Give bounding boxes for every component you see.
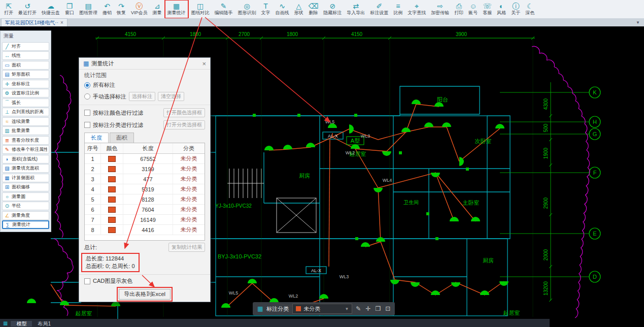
palette-item-continuous-measure[interactable]: ≈连续测量 xyxy=(2,117,49,126)
palette-item-area-with-arc[interactable]: ◗面积(含弧线) xyxy=(2,155,49,164)
palette-item-area[interactable]: ▭面积 xyxy=(2,61,49,70)
total-label: 总计: xyxy=(84,244,97,251)
toolbar-item-theme[interactable]: ◐风格 xyxy=(494,0,509,18)
copy-results-button[interactable]: 复制统计结果 xyxy=(168,243,205,252)
toolbar-item-scale[interactable]: ≡比例 xyxy=(391,0,405,18)
toolbar-item-shape[interactable]: △形状 xyxy=(292,0,306,18)
svg-text:1900: 1900 xyxy=(543,147,549,159)
toolbar-item-account[interactable]: ☺账号 xyxy=(466,0,480,18)
document-tab[interactable]: 军苑花园D区1#楼电气·· × xyxy=(1,18,67,26)
toolbar-item-hide-annotation[interactable]: ⊘隐藏标注 xyxy=(321,0,344,18)
open-class-picker-button[interactable]: 打开分类选择框 xyxy=(163,120,205,129)
radio-unselected-icon[interactable] xyxy=(84,93,90,100)
stats-range-label: 统计范围 xyxy=(79,70,210,80)
statusbar-tab-模型[interactable]: 模型 xyxy=(11,321,32,326)
palette-item-measure-stats[interactable]: ∑测量统计 xyxy=(2,220,49,229)
palette-item-point-line-distance[interactable]: ⊥点到直线的距离 xyxy=(2,108,49,116)
filter-by-color-row: 按标注颜色进行过滤 打开颜色选择框 xyxy=(79,105,210,119)
palette-item-batch-measure[interactable]: ▥批量测量 xyxy=(2,126,49,135)
table-row[interactable]: 58128未分类 xyxy=(85,194,205,205)
tab-close-icon[interactable]: × xyxy=(60,20,63,25)
color-swatch xyxy=(108,207,116,213)
clear-selection-button[interactable]: 清空选择 xyxy=(158,92,184,101)
table-row[interactable]: 84416未分类 xyxy=(85,225,205,235)
table-row[interactable]: 167552未分类 xyxy=(85,154,205,164)
toolbar-item-redo[interactable]: ↷恢复 xyxy=(114,0,128,18)
toolbar-item-label: 导入导出 xyxy=(347,10,365,16)
statusbar-tab-布局1[interactable]: 布局1 xyxy=(32,321,56,326)
palette-item-measure-circle[interactable]: ○测量圆 xyxy=(2,192,49,201)
dialog-title: 测量统计 xyxy=(91,60,114,68)
toolbar-item-about[interactable]: ⓘ关于 xyxy=(509,0,523,18)
palette-item-side-area[interactable]: ▦计算侧面积 xyxy=(2,174,49,182)
palette-item-edit-annotation[interactable]: ✎修改单个标注属性 xyxy=(2,145,49,154)
palette-item-label: 矩形面积 xyxy=(12,71,30,78)
toolbar-item-recent-open[interactable]: ↺最近打开 xyxy=(16,0,39,18)
tab-area[interactable]: 面积 xyxy=(110,133,134,143)
palette-item-align[interactable]: ╱对齐 xyxy=(2,42,49,51)
toolbar-item-freehand-edit[interactable]: ✎编辑随手 xyxy=(212,0,235,18)
toolbar-item-drawing-compare[interactable]: ◫图纸对比 xyxy=(189,0,212,18)
row-color-cell xyxy=(101,225,123,235)
vip-icon: Ⓥ xyxy=(135,3,143,10)
table-row[interactable]: 3477未分类 xyxy=(85,174,205,184)
filter-by-color-checkbox[interactable] xyxy=(84,110,90,116)
table-row[interactable]: 45319未分类 xyxy=(85,184,205,194)
toolbar-item-measure-stats[interactable]: ▦测量统计 xyxy=(164,0,189,19)
toolbar-item-draw-line[interactable]: ∿自画线 xyxy=(273,0,292,18)
toolbar-item-window[interactable]: ❐窗口 xyxy=(62,0,77,18)
toolbar-item-open[interactable]: ⇱打开 xyxy=(2,0,16,18)
palette-item-fill-area[interactable]: ▨测量填充面积 xyxy=(2,164,49,173)
svg-text:4150: 4150 xyxy=(125,31,137,37)
dialog-titlebar[interactable]: ▦ 测量统计 × xyxy=(79,58,210,70)
toolbar-item-dark-mode[interactable]: ☾深色 xyxy=(523,0,537,18)
palette-item-linear-dimension[interactable]: ↔线性 xyxy=(2,51,49,60)
palette-item-segment-length[interactable]: ≣查看分段长度 xyxy=(2,136,49,145)
palette-item-radius[interactable]: ⊙半径 xyxy=(2,202,49,210)
radio-selected-icon[interactable] xyxy=(84,82,90,88)
radio-all-annotations[interactable]: 所有标注 xyxy=(79,80,210,90)
toolbar-item-measure[interactable]: ⊿测量 xyxy=(150,0,164,18)
table-row[interactable]: 716149未分类 xyxy=(85,215,205,225)
toolbar-item-annotation-settings[interactable]: ✐标注设置 xyxy=(367,0,391,18)
toolbar-item-text[interactable]: T文字 xyxy=(259,0,273,18)
move-icon[interactable]: ✛ xyxy=(365,305,370,312)
palette-item-scale-settings[interactable]: ⚙设置标注比例 xyxy=(2,89,49,97)
print-icon: ⎙ xyxy=(456,3,462,10)
copy-icon[interactable]: ❐ xyxy=(375,305,381,312)
palette-item-area-offset[interactable]: ⊞面积偏移 xyxy=(2,183,49,191)
tab-length[interactable]: 长度 xyxy=(84,133,109,143)
toolbar-item-text-search[interactable]: ⌖文字查找 xyxy=(405,0,428,18)
toolbar-item-cloud-drive[interactable]: ☁快捷云盘 xyxy=(39,0,62,18)
toolbar-item-import-export[interactable]: ⇄导入导出 xyxy=(344,0,367,18)
toolbar-item-drawing-manager[interactable]: ▤图纸管理 xyxy=(77,0,100,18)
cad-gray-checkbox[interactable] xyxy=(84,278,90,284)
stats-table[interactable]: 序号颜色长度分类167552未分类23199未分类3477未分类45319未分类… xyxy=(84,143,205,241)
table-row[interactable]: 67604未分类 xyxy=(85,205,205,215)
color-swatch xyxy=(108,217,116,223)
radio-manual-select[interactable]: 手动选择标注 选择标注 清空选择 xyxy=(79,90,210,103)
palette-item-measure-angle[interactable]: ∠测量角度 xyxy=(2,211,49,220)
toolbar-item-vip[interactable]: ⓋVIP会员 xyxy=(128,0,150,18)
lock-icon[interactable]: ⊡ xyxy=(385,305,390,312)
export-excel-button[interactable]: 导出表格到Excel xyxy=(119,289,171,300)
toolbar-item-print[interactable]: ⎙打印 xyxy=(452,0,466,18)
toolbar-item-shape-recognition[interactable]: ◎图形识别 xyxy=(235,0,259,18)
palette-item-arc-length[interactable]: ⌒弧长 xyxy=(2,99,49,107)
filter-by-class-checkbox[interactable] xyxy=(84,122,90,128)
tabbar-expand-icon[interactable]: ▼ xyxy=(636,20,643,25)
svg-text:2000: 2000 xyxy=(543,249,549,260)
select-annotations-button[interactable]: 选择标注 xyxy=(129,92,155,101)
open-color-picker-button[interactable]: 打开颜色选择框 xyxy=(163,108,205,117)
toolbar-item-secure-transfer[interactable]: ⇨加密传输 xyxy=(428,0,452,18)
dialog-close-icon[interactable]: × xyxy=(202,60,206,68)
svg-text:G: G xyxy=(593,131,597,137)
palette-item-rect-area[interactable]: ▤矩形面积 xyxy=(2,70,49,79)
toolbar-item-delete[interactable]: ⌫删除 xyxy=(306,0,321,18)
palette-item-coordinate-label[interactable]: ✛坐标标注 xyxy=(2,80,49,88)
toolbar-item-support[interactable]: ☏客服 xyxy=(480,0,494,18)
table-row[interactable]: 23199未分类 xyxy=(85,164,205,174)
toolbar-item-undo[interactable]: ↶撤销 xyxy=(100,0,114,18)
category-dropdown[interactable]: 未分类 ▼ xyxy=(292,304,352,314)
edit-icon[interactable]: ✎ xyxy=(356,305,361,312)
